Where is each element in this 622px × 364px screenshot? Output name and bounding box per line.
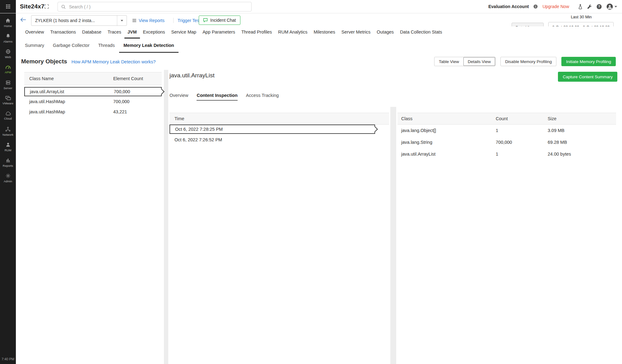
tab-exceptions[interactable]: Exceptions [140, 26, 168, 39]
view-reports-label: View Reports [139, 18, 165, 23]
bell-icon [6, 34, 11, 39]
sidebar-item-label: Home [4, 24, 12, 28]
element-count-cell: 43,221 [113, 109, 162, 114]
tab-transactions[interactable]: Transactions [47, 26, 79, 39]
search-input[interactable] [68, 4, 248, 10]
home-icon [5, 18, 11, 23]
view-reports-link[interactable]: View Reports [132, 17, 165, 24]
memory-objects-panel: Class Name Element Count java.util.Array… [16, 70, 164, 364]
gear-icon [6, 173, 11, 178]
how-it-works-link[interactable]: How APM Memory Leak Detection works? [72, 59, 156, 64]
capture-content-summary-button[interactable]: Capture Content Summary [558, 72, 617, 82]
details-tabs: Overview Content Inspection Access Track… [169, 93, 279, 101]
detail-tab-access-tracking[interactable]: Access Tracking [246, 93, 279, 101]
count-cell: 700,000 [496, 140, 548, 145]
sidebar-item-admin[interactable]: Admin [0, 170, 16, 186]
subtab-summary[interactable]: Summary [21, 39, 49, 53]
table-row[interactable]: java.util.HashMap 700,000 [24, 96, 162, 107]
sidebar-item-home[interactable]: Home [0, 15, 16, 30]
incident-chat-button[interactable]: Incident Chat [199, 16, 240, 25]
class-cell: java.lang.String [397, 140, 496, 145]
table-header: Class Name Element Count [24, 72, 162, 85]
wrench-icon[interactable] [587, 4, 592, 9]
cloud-icon [5, 111, 11, 116]
network-icon [5, 127, 11, 132]
column-element-count: Element Count [113, 76, 162, 81]
sidebar-item-alarms[interactable]: Alarms [0, 30, 16, 46]
sidebar-item-apm[interactable]: APM [0, 61, 16, 77]
sidebar-item-label: Network [2, 133, 13, 136]
tab-overview[interactable]: Overview [22, 26, 47, 39]
time-row[interactable]: Oct 6, 2022 7:26:52 PM [169, 135, 375, 144]
details-panels: Time Oct 6, 2022 7:28:25 PM Oct 6, 2022 … [168, 107, 617, 364]
tab-milestones[interactable]: Milestones [311, 26, 338, 39]
memory-objects-header: Memory Objects How APM Memory Leak Detec… [16, 53, 622, 70]
avatar[interactable] [606, 3, 617, 10]
class-name-cell: java.util.HashMap [24, 99, 113, 104]
sidebar-item-reports[interactable]: Reports [0, 155, 16, 170]
expand-icon[interactable] [44, 4, 49, 9]
sidebar-item-label: RUM [5, 148, 12, 152]
upgrade-now-link[interactable]: Upgrade Now [542, 4, 569, 9]
column-count: Count [496, 116, 548, 121]
apps-grid-button[interactable] [0, 0, 16, 13]
detail-tab-content-inspection[interactable]: Content Inspection [197, 93, 237, 101]
time-row[interactable]: Oct 6, 2022 7:28:25 PM [169, 125, 375, 134]
initiate-memory-profiling-button[interactable]: Initiate Memory Profiling [561, 57, 616, 66]
sidebar-item-vmware[interactable]: VMware [0, 93, 16, 108]
sidebar-item-network[interactable]: Network [0, 124, 16, 139]
tab-server-metrics[interactable]: Server Metrics [338, 26, 374, 39]
sidebar-item-web[interactable]: Web [0, 46, 16, 61]
topbar: Site24x7 Evaluation Account Upgrade Now … [0, 0, 622, 13]
avatar-caret-icon [615, 6, 617, 7]
detail-tab-overview[interactable]: Overview [169, 93, 188, 101]
class-name-cell: java.util.ArrayList [25, 89, 114, 94]
content-row: java.util.ArrayList 1 24.00 bytes [397, 148, 616, 160]
class-cell: java.util.ArrayList [397, 152, 496, 157]
sidebar-item-rum[interactable]: RUM [0, 139, 16, 155]
disable-memory-profiling-button[interactable]: Disable Memory Profiling [500, 57, 556, 66]
time-range-label: Last 30 Min [549, 15, 614, 19]
table-row[interactable]: java.util.ArrayList 700,000 [24, 87, 162, 96]
bar-chart-icon [6, 158, 11, 163]
table-view-button[interactable]: Table View [434, 57, 463, 66]
sidebar-item-label: Cloud [4, 117, 12, 120]
tab-outages[interactable]: Outages [374, 26, 397, 39]
site24x7-logo[interactable]: Site24x7 [20, 0, 44, 13]
tab-app-parameters[interactable]: App Parameters [199, 26, 238, 39]
monitor-selector[interactable]: ZYLKER (1 hosts and 2 insta... [31, 15, 127, 26]
column-class-name: Class Name [24, 76, 113, 81]
help-icon[interactable]: ? [596, 4, 602, 9]
account-label: Evaluation Account [488, 4, 529, 9]
back-arrow-icon[interactable] [20, 17, 26, 22]
tab-thread-profiles[interactable]: Thread Profiles [238, 26, 275, 39]
time-cell: Oct 6, 2022 7:28:25 PM [175, 127, 223, 132]
user-icon [6, 142, 11, 147]
sidebar-item-server[interactable]: Server [0, 77, 16, 93]
incident-chat-label: Incident Chat [210, 18, 236, 23]
tab-jvm[interactable]: JVM [124, 26, 140, 39]
view-toggle: Table View Details View [434, 57, 495, 66]
content-inspection-panel: Class Count Size java.lang.Object[] 1 3.… [396, 107, 617, 364]
subtab-garbage-collector[interactable]: Garbage Collector [49, 39, 94, 53]
flask-icon[interactable] [578, 4, 583, 9]
subtab-threads[interactable]: Threads [94, 39, 119, 53]
tab-data-collection-stats[interactable]: Data Collection Stats [397, 26, 445, 39]
element-count-cell: 700,000 [113, 99, 162, 104]
tab-rum-analytics[interactable]: RUM Analytics [275, 26, 310, 39]
sidebar-item-label: Alarms [3, 40, 13, 43]
tab-service-map[interactable]: Service Map [168, 26, 200, 39]
info-icon[interactable] [533, 4, 538, 9]
content-table-header: Class Count Size [397, 113, 616, 125]
page: Site24x7 Evaluation Account Upgrade Now … [0, 0, 622, 364]
sidebar-item-cloud[interactable]: Cloud [0, 108, 16, 124]
subtab-memory-leak-detection[interactable]: Memory Leak Detection [119, 39, 179, 53]
chevron-down-icon [117, 16, 127, 25]
table-row[interactable]: java.util.HashMap 43,221 [24, 107, 162, 117]
tab-database[interactable]: Database [79, 26, 104, 39]
vmware-icon [5, 96, 11, 100]
global-search[interactable] [58, 2, 252, 11]
details-view-button[interactable]: Details View [463, 57, 495, 66]
apps-grid-icon [6, 4, 11, 9]
tab-traces[interactable]: Traces [104, 26, 124, 39]
